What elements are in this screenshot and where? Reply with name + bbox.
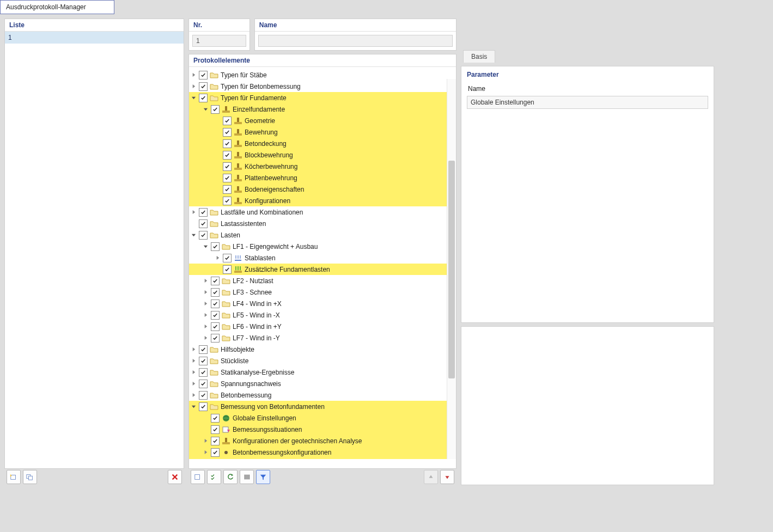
chevron-icon[interactable] [189,358,198,364]
chevron-icon[interactable] [189,392,198,399]
checkbox[interactable] [211,437,220,445]
chevron-icon[interactable] [201,278,210,284]
checkbox[interactable] [211,105,220,114]
checkbox[interactable] [223,174,232,182]
liste-body[interactable]: 1 [5,32,184,462]
tree-row[interactable]: Betondeckung [189,138,456,149]
tree-row[interactable]: LF5 - Wind in -X [189,309,456,321]
list-settings-button[interactable] [240,470,254,484]
chevron-icon[interactable] [201,106,210,113]
move-down-button[interactable] [440,470,454,484]
chevron-icon[interactable] [189,209,198,216]
tree-row[interactable]: LF7 - Wind in -Y [189,332,456,344]
delete-button[interactable] [168,470,182,484]
checkbox[interactable] [211,242,220,251]
checkbox[interactable] [199,219,208,228]
checkbox[interactable] [211,299,220,308]
checkbox[interactable] [223,197,232,205]
move-up-button[interactable] [424,470,438,484]
checkbox[interactable] [223,265,232,274]
chevron-icon[interactable] [189,95,198,101]
tree-row[interactable]: Globale Einstellungen [189,412,456,424]
scroll-thumb[interactable] [448,161,455,378]
tree-row[interactable]: Bemessung von Betonfundamenten [189,401,456,412]
checkbox[interactable] [199,82,208,91]
tree-row[interactable]: Plattenbewehrung [189,172,456,184]
chevron-icon[interactable] [189,403,198,410]
tree-row[interactable]: LF3 - Schnee [189,286,456,298]
tree[interactable]: Typen für StäbeTypen für BetonbemessungT… [189,67,456,459]
tree-row[interactable]: Spannungsnachweis [189,378,456,389]
checkbox[interactable] [199,345,208,354]
chevron-icon[interactable] [201,312,210,319]
tree-row[interactable]: Köcherbewehrung [189,161,456,172]
check-all-button[interactable] [207,470,221,484]
name-value[interactable] [258,35,453,47]
chevron-icon[interactable] [201,335,210,341]
tree-row[interactable]: Geometrie [189,115,456,126]
tree-row[interactable]: Ergebnisse [189,458,456,459]
tree-row[interactable]: Bodeneigenschaften [189,184,456,195]
chevron-icon[interactable] [189,72,198,78]
chevron-icon[interactable] [213,255,222,261]
tree-row[interactable]: Konfigurationen [189,195,456,206]
chevron-icon[interactable] [189,381,198,387]
chevron-icon[interactable] [189,232,198,239]
chevron-icon[interactable] [201,301,210,307]
liste-row[interactable]: 1 [5,32,184,44]
tab-basis[interactable]: Basis [463,50,495,63]
tree-row[interactable]: Typen für Betonbemessung [189,81,456,92]
tree-row[interactable]: Bemessungssituationen [189,424,456,435]
checkbox[interactable] [223,151,232,160]
tree-row[interactable]: LF4 - Wind in +X [189,298,456,309]
tree-row[interactable]: LF2 - Nutzlast [189,275,456,286]
tree-row[interactable]: Typen für Stäbe [189,69,456,81]
checkbox[interactable] [223,139,232,148]
checkbox[interactable] [223,117,232,125]
checkbox[interactable] [199,380,208,388]
checkbox[interactable] [223,185,232,194]
checkbox[interactable] [199,208,208,217]
checkbox[interactable] [223,254,232,262]
tree-row[interactable]: LF1 - Eigengewicht + Ausbau [189,241,456,252]
tree-row[interactable]: Blockbewehrung [189,149,456,161]
checkbox[interactable] [199,357,208,365]
checkbox[interactable] [199,94,208,102]
tree-row[interactable]: Statikanalyse-Ergebnisse [189,366,456,378]
checkbox[interactable] [211,448,220,457]
checkbox[interactable] [211,414,220,423]
checkbox[interactable] [211,322,220,331]
filter-button[interactable] [256,470,270,484]
chevron-icon[interactable] [201,449,210,456]
tree-row[interactable]: Hilfsobjekte [189,344,456,355]
chevron-icon[interactable] [189,346,198,353]
checkbox[interactable] [199,368,208,377]
checkbox[interactable] [211,425,220,434]
checkbox[interactable] [211,277,220,285]
checkbox[interactable] [223,162,232,171]
checkbox[interactable] [199,402,208,411]
chevron-icon[interactable] [201,438,210,444]
tree-row[interactable]: Konfigurationen der geotechnischen Analy… [189,435,456,447]
chevron-icon[interactable] [201,289,210,296]
new-item-button[interactable] [7,470,21,484]
chevron-icon[interactable] [189,83,198,90]
checkbox[interactable] [199,391,208,400]
checkbox[interactable] [211,311,220,320]
new-page-button[interactable] [191,470,205,484]
tree-row[interactable]: Betonbemessungskonfigurationen [189,447,456,458]
chevron-icon[interactable] [201,243,210,250]
tree-row[interactable]: Lasten [189,229,456,241]
nr-value[interactable]: 1 [192,35,246,47]
checkbox[interactable] [199,71,208,80]
checkbox[interactable] [199,231,208,240]
tree-row[interactable]: Stückliste [189,355,456,366]
tree-row[interactable]: Bewehrung [189,126,456,138]
tree-row[interactable]: Zusätzliche Fundamentlasten [189,264,456,275]
tree-row[interactable]: Einzelfundamente [189,103,456,115]
tree-row[interactable]: LF6 - Wind in +Y [189,321,456,332]
chevron-icon[interactable] [189,369,198,376]
duplicate-button[interactable] [23,470,37,484]
tree-row[interactable]: Lastfälle und Kombinationen [189,206,456,218]
parameter-name-value[interactable]: Globale Einstellungen [467,96,708,109]
